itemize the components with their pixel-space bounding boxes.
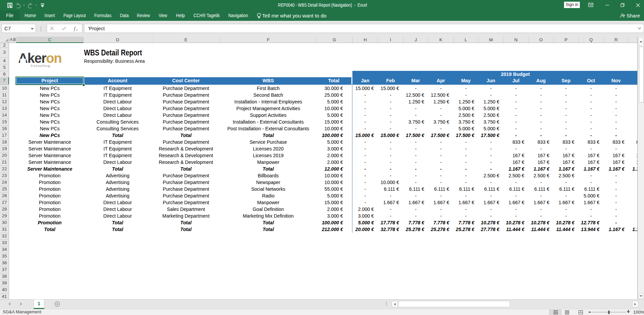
svg-text:f: f: [74, 26, 76, 31]
svg-text:x: x: [76, 28, 78, 31]
